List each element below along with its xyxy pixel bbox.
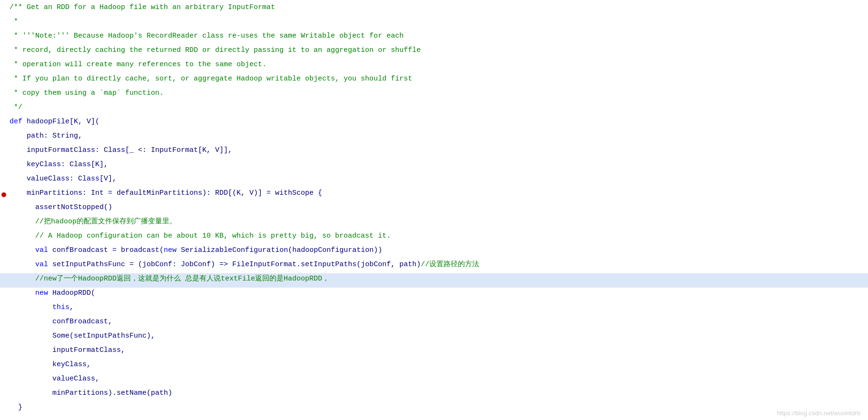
code-line-28: minPartitions).setName(path): [0, 388, 868, 402]
breakpoint-gutter-23: [0, 316, 8, 330]
breakpoint-gutter-1: [0, 2, 8, 16]
line-9-text: def hadoopFile[K, V](: [10, 116, 99, 127]
breakpoint-gutter-29: [0, 402, 8, 416]
code-line-15: assertNotStopped(): [0, 202, 868, 216]
line-21-text: new HadoopRDD(: [10, 288, 95, 299]
breakpoint-gutter-27: [0, 373, 8, 388]
code-container: /** Get an RDD for a Hadoop file with an…: [0, 0, 868, 420]
breakpoint-gutter-13: [0, 173, 8, 188]
code-line-10: path: String,: [0, 130, 868, 145]
line-16-text: //把hadoop的配置文件保存到广播变量里。: [10, 216, 177, 227]
code-line-11: inputFormatClass: Class[_ <: InputFormat…: [0, 145, 868, 159]
breakpoint-gutter-16: [0, 216, 8, 230]
breakpoint-gutter-3: [0, 30, 8, 45]
line-12-text: keyClass: Class[K],: [10, 159, 108, 170]
code-line-29: }: [0, 402, 868, 416]
line-13-text: valueClass: Class[V],: [10, 173, 117, 184]
breakpoint-gutter-14: [0, 188, 8, 202]
code-line-4: * record, directly caching the returned …: [0, 45, 868, 59]
line-19-text: val setInputPathsFunc = (jobConf: JobCon…: [10, 259, 479, 270]
breakpoint-gutter-19: [0, 259, 8, 273]
line-6-text: * If you plan to directly cache, sort, o…: [10, 73, 412, 84]
breakpoint-gutter-21: [0, 288, 8, 302]
line-7-text: * copy them using a `map` function.: [10, 88, 164, 99]
code-line-25: inputFormatClass,: [0, 345, 868, 359]
breakpoint-gutter-7: [0, 88, 8, 102]
breakpoint-gutter-2: [0, 16, 8, 30]
code-line-5: * operation will create many references …: [0, 59, 868, 73]
line-8-text: */: [10, 102, 22, 113]
breakpoint-gutter-18: [0, 245, 8, 259]
code-line-26: keyClass,: [0, 359, 868, 373]
breakpoint-gutter-22: [0, 302, 8, 316]
line-2-text: *: [10, 16, 18, 27]
code-line-2: *: [0, 16, 868, 30]
breakpoint-gutter-5: [0, 59, 8, 73]
code-line-13: valueClass: Class[V],: [0, 173, 868, 188]
line-23-text: confBroadcast,: [10, 316, 112, 327]
breakpoint-gutter-6: [0, 73, 8, 88]
code-line-9: def hadoopFile[K, V](: [0, 116, 868, 130]
code-line-3: * '''Note:''' Because Hadoop's RecordRea…: [0, 30, 868, 45]
code-line-6: * If you plan to directly cache, sort, o…: [0, 73, 868, 88]
breakpoint-gutter-15: [0, 202, 8, 216]
line-10-text: path: String,: [10, 130, 82, 141]
code-line-21: new HadoopRDD(: [0, 288, 868, 302]
line-3-text: * '''Note:''' Because Hadoop's RecordRea…: [10, 30, 404, 41]
watermark: https://blog.csdn.net/wuxintdrb: [777, 409, 860, 418]
line-29-text: }: [10, 402, 22, 413]
code-line-17: // A Hadoop configuration can be about 1…: [0, 230, 868, 245]
code-line-12: keyClass: Class[K],: [0, 159, 868, 173]
line-27-text: valueClass,: [10, 373, 99, 384]
line-15-text: assertNotStopped(): [10, 202, 112, 213]
code-line-14: minPartitions: Int = defaultMinPartition…: [0, 188, 868, 202]
code-line-20: //new了一个HadoopRDD返回，这就是为什么 总是有人说textFile…: [0, 273, 868, 288]
code-line-1: /** Get an RDD for a Hadoop file with an…: [0, 2, 868, 16]
code-line-16: //把hadoop的配置文件保存到广播变量里。: [0, 216, 868, 230]
code-line-22: this,: [0, 302, 868, 316]
code-line-8: */: [0, 102, 868, 116]
code-line-27: valueClass,: [0, 373, 868, 388]
line-18-text: val confBroadcast = broadcast(new Serial…: [10, 245, 382, 256]
breakpoint-gutter-26: [0, 359, 8, 373]
line-20-text: //new了一个HadoopRDD返回，这就是为什么 总是有人说textFile…: [10, 273, 329, 284]
breakpoint-gutter-9: [0, 116, 8, 130]
line-17-text: // A Hadoop configuration can be about 1…: [10, 230, 391, 241]
breakpoint-gutter-25: [0, 345, 8, 359]
code-line-24: Some(setInputPathsFunc),: [0, 330, 868, 345]
breakpoint-gutter-17: [0, 230, 8, 245]
breakpoint-gutter-10: [0, 130, 8, 145]
line-28-text: minPartitions).setName(path): [10, 388, 172, 399]
line-24-text: Some(setInputPathsFunc),: [10, 330, 155, 341]
breakpoint-gutter-4: [0, 45, 8, 59]
line-25-text: inputFormatClass,: [10, 345, 125, 356]
line-4-text: * record, directly caching the returned …: [10, 45, 421, 56]
line-14-text: minPartitions: Int = defaultMinPartition…: [10, 188, 322, 199]
code-line-7: * copy them using a `map` function.: [0, 88, 868, 102]
line-11-text: inputFormatClass: Class[_ <: InputFormat…: [10, 145, 232, 156]
code-line-23: confBroadcast,: [0, 316, 868, 330]
breakpoint-gutter-20: [0, 273, 8, 288]
code-line-19: val setInputPathsFunc = (jobConf: JobCon…: [0, 259, 868, 273]
breakpoint-gutter-12: [0, 159, 8, 173]
code-line-18: val confBroadcast = broadcast(new Serial…: [0, 245, 868, 259]
breakpoint-gutter-8: [0, 102, 8, 116]
breakpoint-dot-14: [1, 192, 6, 197]
line-5-text: * operation will create many references …: [10, 59, 266, 70]
line-26-text: keyClass,: [10, 359, 91, 370]
line-22-text: this,: [10, 302, 74, 313]
breakpoint-gutter-28: [0, 388, 8, 402]
line-1-text: /** Get an RDD for a Hadoop file with an…: [10, 2, 275, 13]
breakpoint-gutter-24: [0, 330, 8, 345]
breakpoint-gutter-11: [0, 145, 8, 159]
